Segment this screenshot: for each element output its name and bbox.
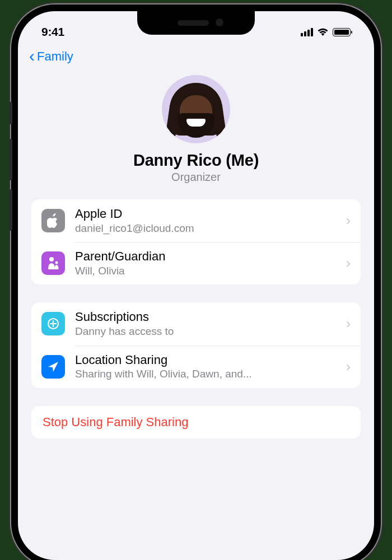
volume-down-button [9, 189, 12, 231]
row-subtitle: Danny has access to [75, 325, 342, 339]
profile-role: Organizer [29, 171, 363, 184]
settings-group: Stop Using Family Sharing [31, 406, 361, 438]
chevron-right-icon: › [346, 359, 351, 375]
row-subtitle: Sharing with Will, Olivia, Dawn, and... [75, 367, 342, 381]
status-icons [301, 28, 351, 36]
avatar[interactable] [162, 75, 230, 143]
svg-point-1 [55, 262, 58, 264]
parent-guardian-icon [41, 251, 65, 275]
chevron-right-icon: › [346, 255, 351, 271]
profile-name: Danny Rico (Me) [29, 151, 363, 170]
side-button [9, 102, 12, 124]
parent-guardian-row[interactable]: Parent/Guardian Will, Olivia › [31, 242, 361, 284]
volume-up-button [9, 139, 12, 180]
phone-frame: 9:41 ‹ Family [11, 4, 381, 560]
row-subtitle: daniel_rico1@icloud.com [75, 222, 342, 236]
apple-logo-icon [41, 209, 65, 232]
profile-header: Danny Rico (Me) Organizer [18, 67, 374, 199]
screen: 9:41 ‹ Family [18, 11, 374, 560]
status-time: 9:41 [41, 25, 64, 39]
notch [137, 11, 255, 35]
cellular-signal-icon [301, 28, 313, 36]
chevron-right-icon: › [346, 213, 351, 228]
subscriptions-icon [41, 312, 65, 335]
row-subtitle: Will, Olivia [75, 264, 342, 278]
row-title: Location Sharing [75, 352, 342, 368]
settings-group: Apple ID daniel_rico1@icloud.com › Paren… [31, 199, 361, 284]
stop-family-sharing-button[interactable]: Stop Using Family Sharing [31, 406, 361, 438]
chevron-left-icon: ‹ [29, 48, 35, 63]
apple-id-row[interactable]: Apple ID daniel_rico1@icloud.com › [31, 199, 361, 242]
back-button[interactable]: ‹ Family [29, 49, 73, 64]
battery-icon [333, 28, 351, 36]
row-title: Parent/Guardian [75, 249, 342, 264]
location-sharing-row[interactable]: Location Sharing Sharing with Will, Oliv… [31, 346, 361, 388]
row-title: Subscriptions [75, 309, 342, 325]
location-sharing-icon [41, 355, 65, 379]
back-label: Family [37, 49, 73, 64]
settings-group: Subscriptions Danny has access to › Loca… [31, 302, 361, 388]
wifi-icon [317, 28, 329, 36]
chevron-right-icon: › [346, 316, 351, 332]
svg-point-0 [49, 257, 54, 262]
row-title: Apple ID [75, 206, 342, 222]
nav-bar: ‹ Family [18, 45, 374, 67]
subscriptions-row[interactable]: Subscriptions Danny has access to › [31, 302, 361, 345]
